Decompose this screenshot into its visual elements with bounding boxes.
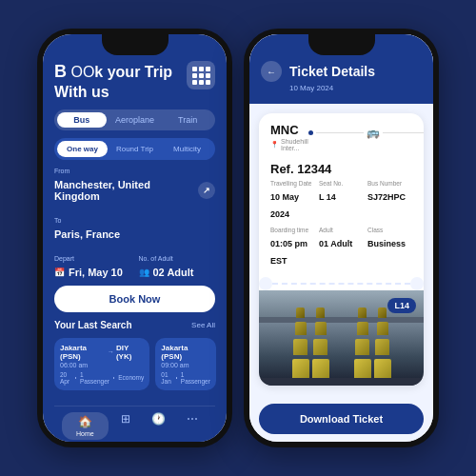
route-arrow: 🚌: [308, 123, 424, 139]
card-1-time: 06:00 am: [60, 362, 144, 368]
depart-value[interactable]: Fri, May 10: [69, 267, 123, 278]
from-value[interactable]: Manchester, United Kingdom ↗: [54, 179, 215, 202]
ref-number: Ref. 12344: [270, 162, 412, 176]
book-now-button[interactable]: Book Now: [54, 286, 215, 312]
card-2-info: 01 Jan 1 Passenger: [161, 371, 210, 385]
app-title: B OOk your TripWith us: [54, 61, 172, 102]
card-1-route: Jakarta (PSN) → DIY (YK): [60, 344, 144, 361]
ticket-date: 10 May 2024: [289, 84, 422, 92]
adults-value[interactable]: 02 Adult: [153, 267, 194, 278]
depart-label: Depart: [54, 255, 131, 262]
adult-detail: Adult 01 Adult: [319, 227, 364, 268]
download-ticket-button[interactable]: Download Ticket: [259, 404, 424, 434]
trip-roundtrip[interactable]: Round Trip: [109, 141, 160, 157]
people-icon: 👥: [139, 268, 149, 277]
nav-clock[interactable]: 🕐: [144, 412, 175, 440]
calendar-icon: 📅: [54, 268, 65, 277]
nav-home[interactable]: 🏠 Home: [62, 412, 109, 440]
bus-number-detail: Bus Number SJ72HPC: [367, 180, 412, 221]
home-icon: 🏠: [78, 415, 92, 428]
nav-grid[interactable]: ⊞: [110, 412, 142, 440]
search-card-2[interactable]: Jakarta (PSN) 09:00 am 01 Jan 1 Passenge…: [155, 338, 216, 390]
to-value[interactable]: Paris, France: [54, 228, 215, 240]
app-header: B OOk your TripWith us: [54, 61, 215, 102]
last-search-header: Your Last Search See All: [54, 320, 215, 330]
trip-types: One way Round Trip Multicity: [54, 138, 215, 160]
seat-badge: L14: [387, 298, 416, 313]
back-button[interactable]: ←: [261, 61, 282, 82]
bus-interior-image: L14: [259, 290, 424, 386]
boarding-details-grid: Boarding time 01:05 pm EST Adult 01 Adul…: [270, 227, 412, 268]
depart-field: Depart 📅 Fri, May 10: [54, 255, 131, 278]
search-cards: Jakarta (PSN) → DIY (YK) 06:00 am 20 Apr…: [54, 338, 215, 390]
adults-label: No. of Adult: [139, 255, 216, 262]
travelling-date-detail: Travelling Date 10 May 2024: [270, 180, 315, 221]
card-2-route: Jakarta (PSN): [161, 344, 210, 361]
from-arrow-icon: ↗: [198, 182, 215, 199]
nav-more[interactable]: ⋯: [176, 412, 208, 440]
nav-home-label: Home: [76, 430, 94, 437]
adults-field: No. of Adult 👥 02 Adult: [139, 255, 216, 278]
from-station: 📍 Shudehill Inter...: [270, 138, 308, 151]
trip-oneway[interactable]: One way: [57, 141, 108, 157]
card-2-time: 09:00 am: [161, 362, 210, 368]
ticket-details-grid: Travelling Date 10 May 2024 Seat No. L 1…: [270, 180, 412, 221]
clock-icon: 🕐: [151, 412, 166, 426]
left-phone: B OOk your TripWith us Bus Aeroplane Tra…: [37, 29, 232, 447]
trip-multicity[interactable]: Multicity: [162, 141, 212, 157]
to-field: To Paris, France: [54, 217, 215, 240]
more-icon: ⋯: [187, 412, 198, 426]
bottom-nav: 🏠 Home ⊞ 🕐 ⋯: [54, 406, 215, 446]
search-card-1[interactable]: Jakarta (PSN) → DIY (YK) 06:00 am 20 Apr…: [54, 338, 149, 390]
tab-train[interactable]: Train: [163, 112, 212, 128]
seat-detail: Seat No. L 14: [319, 180, 364, 221]
last-search-title: Your Last Search: [54, 320, 132, 330]
class-detail: Class Business: [367, 227, 412, 268]
grid-icon[interactable]: [187, 61, 215, 89]
card-1-info: 20 Apr 1 Passenger Economy: [60, 371, 144, 385]
from-field: From Manchester, United Kingdom ↗: [54, 168, 215, 202]
from-label: From: [54, 168, 215, 174]
perforated-divider: [259, 277, 424, 290]
right-phone: ← Ticket Details 10 May 2024 MNC 📍 Shude…: [244, 29, 439, 447]
ticket-header: ← Ticket Details 10 May 2024: [249, 34, 433, 104]
bus-route-icon: 🚌: [367, 127, 380, 139]
tab-aeroplane[interactable]: Aeroplane: [110, 112, 160, 128]
ticket-card: MNC 📍 Shudehill Inter... 🚌: [259, 113, 424, 386]
see-all-button[interactable]: See All: [191, 321, 215, 329]
grid-nav-icon: ⊞: [121, 412, 130, 426]
tab-bus[interactable]: Bus: [57, 112, 107, 128]
ticket-title: Ticket Details: [289, 64, 375, 79]
transport-tabs: Bus Aeroplane Train: [54, 109, 215, 130]
download-btn-container: Download Ticket: [249, 396, 433, 442]
boarding-time-detail: Boarding time 01:05 pm EST: [270, 227, 315, 268]
from-city: MNC: [270, 123, 308, 137]
to-label: To: [54, 217, 215, 224]
